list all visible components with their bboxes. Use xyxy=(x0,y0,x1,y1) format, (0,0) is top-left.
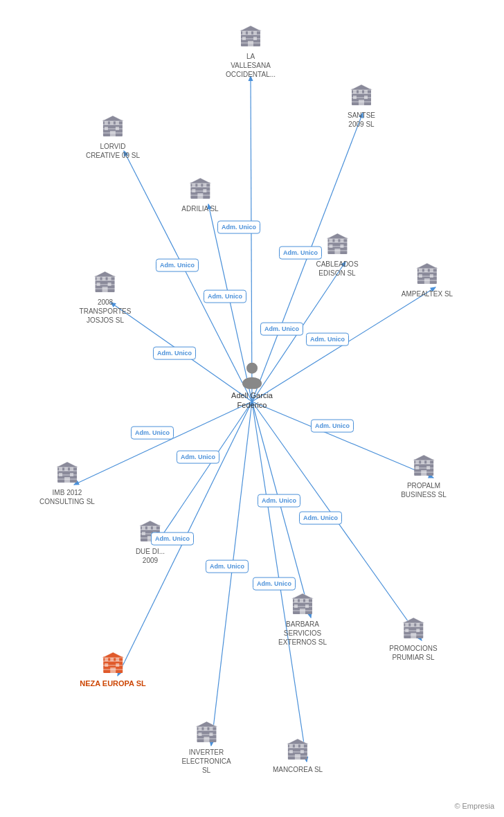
svg-rect-69 xyxy=(329,244,332,248)
building-icon-ampealtex xyxy=(415,262,440,288)
svg-rect-135 xyxy=(294,604,298,608)
svg-rect-26 xyxy=(253,37,257,40)
company-label-promocions: PROMOCIONS PRUMIAR SL xyxy=(389,644,437,662)
company-mancorea[interactable]: MANCOREA SL xyxy=(273,737,323,774)
svg-marker-104 xyxy=(413,455,435,460)
svg-rect-158 xyxy=(116,663,119,667)
svg-rect-100 xyxy=(421,460,424,464)
svg-rect-134 xyxy=(305,599,309,602)
diagram: Adell Garcia Federico © Empresia LA VALL… xyxy=(0,0,504,817)
adm-badge-b10: Adm. Unico xyxy=(177,451,219,464)
building-icon-promocions xyxy=(401,616,426,643)
building-icon-mancorea xyxy=(285,737,310,764)
svg-rect-43 xyxy=(110,131,116,136)
company-lorvid[interactable]: LORVID CREATIVE 09 SL xyxy=(86,114,140,160)
svg-point-15 xyxy=(246,363,258,374)
company-neza[interactable]: NEZA EUROPA SL xyxy=(80,651,146,688)
company-barbara[interactable]: BARBARA SERVICIOS EXTERNOS SL xyxy=(278,592,327,647)
svg-rect-89 xyxy=(102,277,106,280)
svg-rect-98 xyxy=(421,470,426,476)
svg-rect-22 xyxy=(242,31,246,35)
adm-badge-b15: Adm. Unico xyxy=(253,577,296,591)
svg-rect-175 xyxy=(295,754,300,760)
company-imb[interactable]: IMB 2012 CONSULTING SL xyxy=(39,460,95,506)
watermark: © Empresia xyxy=(454,802,494,810)
svg-rect-131 xyxy=(300,609,305,614)
svg-rect-34 xyxy=(359,90,362,93)
svg-rect-67 xyxy=(334,239,338,242)
company-label-neza: NEZA EUROPA SL xyxy=(80,679,146,688)
svg-rect-68 xyxy=(340,239,343,242)
svg-rect-57 xyxy=(203,183,206,187)
svg-rect-101 xyxy=(426,460,430,464)
svg-rect-165 xyxy=(198,727,201,730)
adm-badge-b5: Adm. Unico xyxy=(306,333,349,346)
svg-rect-146 xyxy=(405,629,408,632)
svg-rect-136 xyxy=(305,604,309,608)
company-label-barbara: BARBARA SERVICIOS EXTERNOS SL xyxy=(278,620,327,647)
svg-rect-114 xyxy=(70,473,73,476)
adm-badge-b13: Adm. Unico xyxy=(299,512,342,525)
svg-rect-123 xyxy=(153,526,156,530)
adm-badge-b11: Adm. Unico xyxy=(151,532,194,546)
company-promocions[interactable]: PROMOCIONS PRUMIAR SL xyxy=(389,616,437,662)
company-inverter[interactable]: INVERTER ELECTRONICA SL xyxy=(181,720,231,775)
svg-rect-112 xyxy=(70,467,73,471)
adm-badge-b1: Adm. Unico xyxy=(217,221,260,234)
company-label-adrilia: ADRILIA SL xyxy=(181,204,218,213)
svg-rect-25 xyxy=(242,37,246,40)
adm-badge-b9: Adm. Unico xyxy=(311,420,354,433)
svg-marker-170 xyxy=(195,721,217,727)
company-label-la_vallesana: LA VALLESANA OCCIDENTAL... xyxy=(226,52,276,79)
svg-rect-88 xyxy=(97,277,100,280)
adm-badge-b4: Adm. Unico xyxy=(279,246,322,260)
svg-rect-180 xyxy=(300,750,304,753)
svg-rect-81 xyxy=(430,274,433,278)
svg-marker-82 xyxy=(416,263,438,269)
company-santse[interactable]: SANTSE 2009 SL xyxy=(348,83,375,129)
company-label-santse: SANTSE 2009 SL xyxy=(348,111,375,129)
adm-badge-b2: Adm. Unico xyxy=(156,259,199,272)
building-icon-neza xyxy=(100,651,125,677)
company-ampealtex[interactable]: AMPEALTEX SL xyxy=(402,262,453,298)
svg-rect-169 xyxy=(209,733,213,736)
svg-rect-21 xyxy=(248,41,253,46)
company-label-transportes: 2008 TRANSPORTES JOSJOS SL xyxy=(80,298,132,325)
svg-rect-147 xyxy=(416,629,420,632)
svg-rect-121 xyxy=(142,526,145,530)
center-node: Adell Garcia Federico xyxy=(231,359,273,411)
svg-rect-122 xyxy=(147,526,151,530)
svg-rect-23 xyxy=(248,31,251,35)
svg-rect-164 xyxy=(204,737,209,742)
svg-rect-55 xyxy=(192,183,195,187)
svg-marker-159 xyxy=(102,652,124,658)
company-propalm[interactable]: PROPALM BUSINESS SL xyxy=(401,454,447,499)
company-cableados[interactable]: CABLEADOS EDISON SL xyxy=(316,232,358,278)
company-transportes[interactable]: 2008 TRANSPORTES JOSJOS SL xyxy=(80,270,132,325)
company-label-due_di: DUE DI... 2009 xyxy=(136,547,165,565)
svg-marker-49 xyxy=(102,116,124,121)
building-icon-cableados xyxy=(325,232,350,258)
adm-badge-b12: Adm. Unico xyxy=(258,494,300,508)
svg-rect-113 xyxy=(59,473,62,476)
svg-rect-78 xyxy=(424,269,428,272)
svg-rect-56 xyxy=(197,183,201,187)
svg-line-9 xyxy=(157,402,252,543)
svg-rect-168 xyxy=(198,733,201,736)
svg-rect-87 xyxy=(102,287,108,292)
svg-rect-103 xyxy=(426,466,430,469)
company-label-propalm: PROPALM BUSINESS SL xyxy=(401,481,447,499)
svg-rect-33 xyxy=(353,90,357,93)
svg-rect-132 xyxy=(294,599,298,602)
company-adrilia[interactable]: ADRILIA SL xyxy=(181,177,218,213)
svg-marker-60 xyxy=(189,178,211,183)
company-la_vallesana[interactable]: LA VALLESANA OCCIDENTAL... xyxy=(226,24,276,79)
svg-rect-177 xyxy=(295,744,298,748)
svg-rect-167 xyxy=(209,727,213,730)
company-label-cableados: CABLEADOS EDISON SL xyxy=(316,260,358,278)
building-icon-transportes xyxy=(93,270,118,296)
svg-rect-77 xyxy=(419,269,422,272)
svg-rect-54 xyxy=(197,193,203,199)
svg-marker-126 xyxy=(139,521,161,526)
building-icon-la_vallesana xyxy=(238,24,263,51)
